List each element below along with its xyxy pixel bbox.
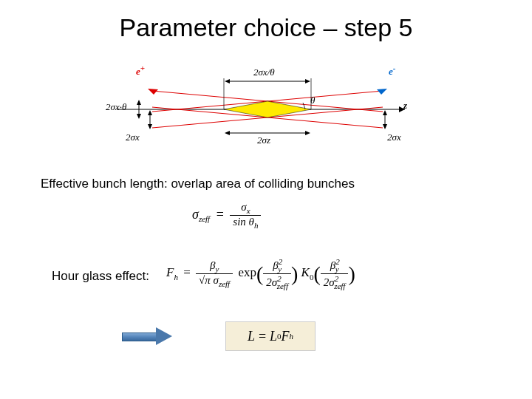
bottom-2sigmaz-label: 2σz	[257, 134, 270, 146]
svg-marker-10	[225, 79, 230, 83]
hourglass-equation: Fh = βy √π σzeff exp( β2y 2σ2zeff ) K0( …	[166, 257, 403, 301]
angle-theta-label: θ	[310, 95, 315, 106]
e-minus-label: e-	[389, 64, 395, 78]
br-2sigmax-label: 2σx	[387, 132, 401, 143]
e-plus-label: e+	[136, 64, 145, 78]
svg-marker-20	[383, 124, 387, 129]
svg-marker-11	[305, 79, 310, 83]
beam-crossing-diagram: e+ e- 2σx/θ 2σx·θ 2σx 2σx 2σz θ z	[109, 65, 412, 154]
svg-marker-14	[137, 114, 141, 119]
slide-title: Parameter choice – step 5	[0, 13, 532, 42]
z-axis-label: z	[403, 100, 407, 112]
luminosity-equation: L = L0 Fh	[225, 321, 316, 351]
sigma-zeff-equation: σzeff = σx sin θh	[192, 201, 325, 238]
svg-marker-19	[383, 110, 387, 115]
bl-2sigmax-label: 2σx	[126, 132, 140, 143]
svg-marker-13	[137, 100, 141, 105]
svg-marker-22	[225, 131, 230, 135]
top-span-label: 2σx/θ	[253, 66, 275, 78]
hourglass-caption: Hour glass effect:	[52, 269, 149, 284]
svg-marker-23	[305, 131, 310, 135]
effective-bunch-caption: Effective bunch length: overlap area of …	[41, 177, 355, 191]
result-arrow-icon	[122, 327, 175, 345]
left-span-label: 2σx·θ	[106, 101, 126, 113]
svg-marker-17	[148, 124, 152, 129]
svg-marker-16	[148, 110, 152, 115]
